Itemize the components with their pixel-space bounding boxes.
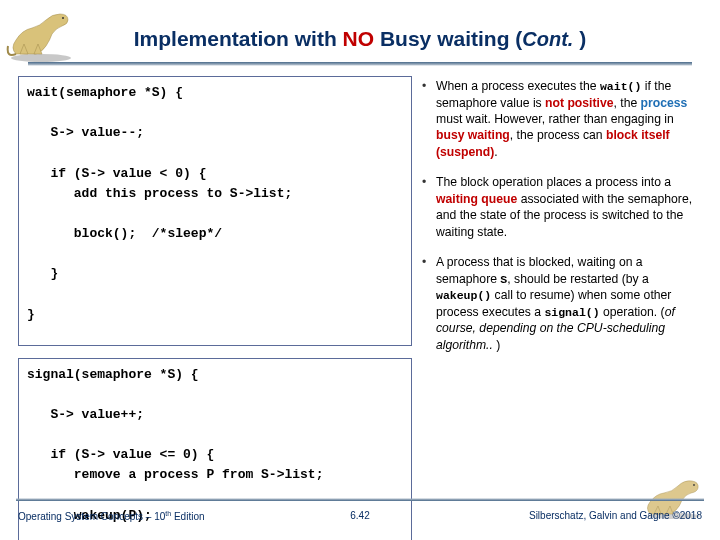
title-close: ) — [573, 27, 586, 50]
bullet-1: • When a process executes the wait() if … — [422, 78, 696, 160]
txt: When a process executes the — [436, 79, 600, 93]
content-area: wait(semaphore *S) { S-> value--; if (S-… — [18, 76, 702, 490]
title-no: NO — [343, 27, 375, 50]
page-title: Implementation with NO Busy waiting (Con… — [134, 27, 586, 51]
mono: signal() — [544, 306, 599, 319]
txt: operation. ( — [600, 305, 665, 319]
footer: Operating System Concepts – 10th Edition… — [0, 498, 720, 534]
code-column: wait(semaphore *S) { S-> value--; if (S-… — [18, 76, 412, 490]
blue: process — [641, 96, 688, 110]
footer-rule — [16, 498, 704, 501]
code-wait: wait(semaphore *S) { S-> value--; if (S-… — [18, 76, 412, 346]
bullet-marker: • — [422, 174, 436, 240]
footer-right: Silberschatz, Galvin and Gagne ©2018 — [529, 510, 702, 521]
slide-root: Implementation with NO Busy waiting (Con… — [0, 0, 720, 540]
txt: . — [494, 145, 497, 159]
bullet-text: When a process executes the wait() if th… — [436, 78, 696, 160]
txt: , the — [613, 96, 640, 110]
title-band: Implementation with NO Busy waiting (Con… — [0, 18, 720, 60]
title-underline — [28, 62, 692, 66]
txt: must wait. However, rather than engaging… — [436, 112, 674, 126]
txt: ) — [493, 338, 500, 352]
svg-point-3 — [693, 484, 695, 486]
bullet-3: • A process that is blocked, waiting on … — [422, 254, 696, 353]
bullet-2: • The block operation places a process i… — [422, 174, 696, 240]
title-pre: Implementation with — [134, 27, 343, 50]
bullet-text: A process that is blocked, waiting on a … — [436, 254, 696, 353]
mono: wait() — [600, 80, 641, 93]
title-cont: Cont. — [522, 28, 573, 50]
txt: , the process can — [510, 128, 606, 142]
dino-header-logo — [6, 6, 76, 64]
txt: The block operation places a process int… — [436, 175, 671, 189]
svg-point-0 — [11, 54, 71, 62]
bullet-marker: • — [422, 254, 436, 353]
red: busy waiting — [436, 128, 510, 142]
bullet-text: The block operation places a process int… — [436, 174, 696, 240]
red: not positive — [545, 96, 613, 110]
bullets-column: • When a process executes the wait() if … — [412, 76, 702, 490]
svg-point-1 — [62, 17, 64, 19]
red: waiting queue — [436, 192, 517, 206]
txt: , should be restarted (by a — [507, 272, 649, 286]
mono: wakeup() — [436, 289, 491, 302]
title-post: Busy waiting ( — [374, 27, 522, 50]
bullet-marker: • — [422, 78, 436, 160]
